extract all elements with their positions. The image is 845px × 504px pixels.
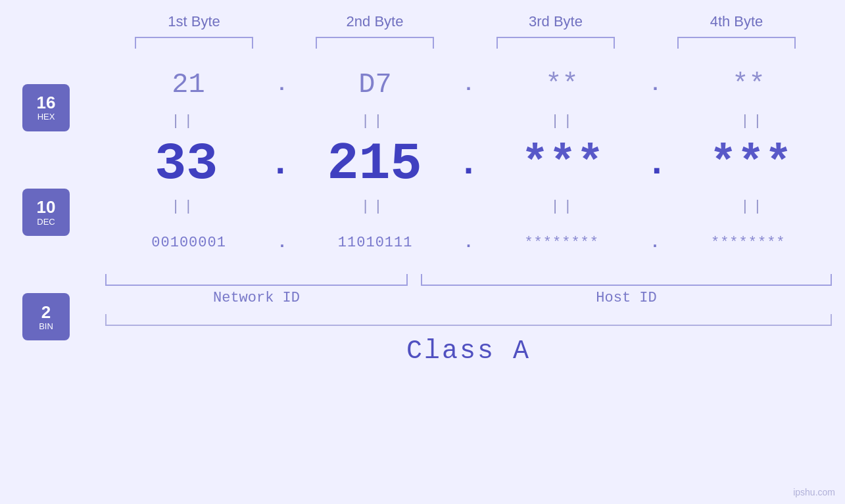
bin-dot1: . (277, 235, 287, 251)
hex-badge-num: 16 (37, 93, 56, 112)
dec-dot2: . (458, 146, 479, 182)
eq-1-b3: || (491, 113, 636, 129)
dec-badge-label: DEC (37, 217, 55, 227)
badges-column: 16 HEX 10 DEC 2 BIN (0, 58, 92, 366)
main-grid: 16 HEX 10 DEC 2 BIN 21 . D7 . ** . ** (0, 58, 845, 366)
byte1-header: 1st Byte (122, 13, 266, 30)
hex-b2: D7 (302, 69, 447, 101)
bin-badge: 2 BIN (22, 293, 70, 340)
id-labels: Network ID Host ID (105, 290, 832, 306)
bin-dot3: . (650, 235, 660, 251)
dec-badge-num: 10 (37, 198, 56, 217)
network-bracket (105, 274, 408, 286)
rows-column: 21 . D7 . ** . ** || || || || 33 (92, 58, 845, 366)
dec-b1: 33 (114, 134, 258, 194)
class-label: Class A (105, 336, 832, 366)
bin-row: 00100001 . 11010111 . ******** . *******… (92, 216, 845, 269)
bin-badge-label: BIN (39, 321, 53, 331)
bracket-top-4 (677, 37, 796, 49)
hex-b4: ** (676, 69, 821, 101)
hex-badge: 16 HEX (22, 84, 70, 131)
eq-1-b1: || (112, 113, 256, 129)
dec-badge: 10 DEC (22, 189, 70, 236)
dec-dot3: . (646, 146, 667, 182)
bin-badge-num: 2 (41, 303, 51, 322)
dec-b3: *** (491, 138, 635, 190)
dec-dot1: . (270, 146, 291, 182)
labels-area: Network ID Host ID Class A (92, 274, 845, 366)
eq-row-1: || || || || (92, 111, 845, 131)
eq-2-b1: || (112, 198, 256, 215)
hex-b3: ** (489, 69, 634, 101)
eq-1-b2: || (301, 113, 446, 129)
bracket-top-2 (316, 37, 434, 49)
bracket-top-3 (496, 37, 615, 49)
bin-b1: 00100001 (116, 235, 261, 251)
byte4-header: 4th Byte (664, 13, 809, 30)
host-bracket (421, 274, 832, 286)
hex-badge-label: HEX (37, 112, 55, 122)
watermark: ipshu.com (793, 487, 835, 497)
hex-row: 21 . D7 . ** . ** (92, 58, 845, 111)
hex-b1: 21 (116, 69, 260, 101)
network-id-label: Network ID (105, 290, 408, 306)
dec-b4: *** (679, 138, 823, 190)
eq-2-b4: || (681, 198, 825, 215)
bin-b4: ******** (676, 235, 821, 251)
host-id-label: Host ID (421, 290, 832, 306)
bracket-top-1 (135, 37, 253, 49)
bin-b2: 11010111 (303, 235, 448, 251)
hex-dot3: . (649, 75, 661, 95)
hex-dot1: . (276, 75, 287, 95)
eq-2-b3: || (491, 198, 636, 215)
eq-row-2: || || || || (92, 196, 845, 216)
eq-2-b2: || (301, 198, 446, 215)
full-bottom-bracket (105, 314, 832, 326)
main-container: 1st Byte 2nd Byte 3rd Byte 4th Byte 16 H… (0, 0, 845, 504)
bin-dot2: . (464, 235, 473, 251)
top-brackets (104, 37, 827, 49)
byte3-header: 3rd Byte (483, 13, 628, 30)
hex-dot2: . (462, 75, 474, 95)
byte-headers-row: 1st Byte 2nd Byte 3rd Byte 4th Byte (104, 13, 827, 30)
dec-b2: 215 (302, 134, 447, 194)
bottom-brackets-row (105, 274, 832, 286)
bin-b3: ******** (489, 235, 634, 251)
dec-row: 33 . 215 . *** . *** (92, 131, 845, 196)
eq-1-b4: || (681, 113, 825, 129)
byte2-header: 2nd Byte (302, 13, 447, 30)
